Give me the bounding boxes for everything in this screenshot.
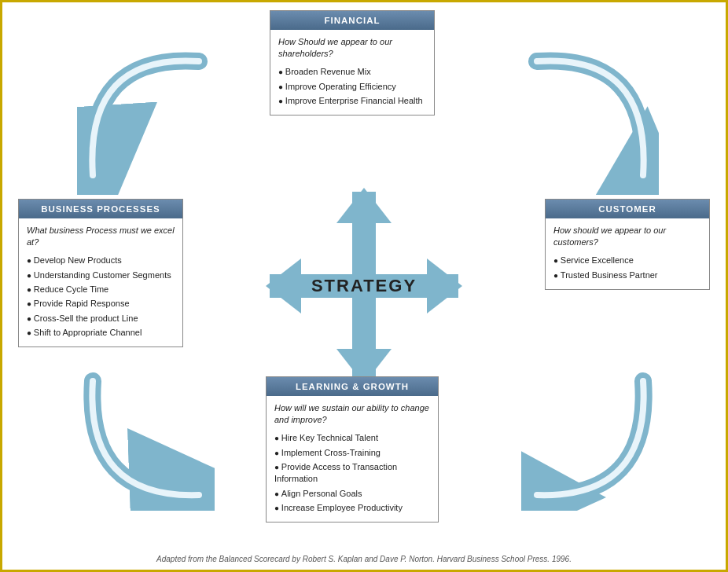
list-item: Increase Employee Productivity xyxy=(274,501,430,515)
list-item: Develop New Products xyxy=(27,254,175,268)
list-item: Broaden Revenue Mix xyxy=(278,65,426,79)
list-item: Trusted Business Partner xyxy=(553,268,701,282)
customer-question: How should we appear to our customers? xyxy=(553,225,701,249)
business-question: What business Process must we excel at? xyxy=(27,225,175,249)
customer-list: Service Excellence Trusted Business Part… xyxy=(553,254,701,283)
list-item: Align Personal Goals xyxy=(274,486,430,500)
financial-box: FINANCIAL How Should we appear to our sh… xyxy=(270,10,435,116)
customer-header: CUSTOMER xyxy=(546,200,709,218)
curved-arrow-bottom-left xyxy=(77,361,215,511)
list-item: Implement Cross-Training xyxy=(274,446,430,460)
business-body: What business Process must we excel at? … xyxy=(19,218,182,346)
list-item: Improve Operating Efficiency xyxy=(278,79,426,94)
learning-question: How will we sustain our ability to chang… xyxy=(274,402,430,427)
learning-body: How will we sustain our ability to chang… xyxy=(267,396,438,522)
business-header: BUSINESS PROCESSES xyxy=(19,200,182,218)
list-item: Understanding Customer Segments xyxy=(27,268,175,282)
list-item: Hire Key Technical Talent xyxy=(274,431,430,446)
financial-list: Broaden Revenue Mix Improve Operating Ef… xyxy=(278,65,426,108)
list-item: Reduce Cycle Time xyxy=(27,283,175,297)
list-item: Service Excellence xyxy=(553,254,701,268)
list-item: Improve Enterprise Financial Health xyxy=(278,94,426,108)
svg-marker-9 xyxy=(266,258,301,314)
svg-marker-11 xyxy=(427,258,462,314)
learning-header: LEARNING & GROWTH xyxy=(267,377,438,396)
customer-body: How should we appear to our customers? S… xyxy=(546,218,709,289)
citation: Adapted from the Balanced Scorecard by R… xyxy=(2,555,726,563)
list-item: Cross-Sell the product Line xyxy=(27,311,175,325)
curved-arrow-top-left xyxy=(77,46,215,195)
curved-arrow-bottom-right xyxy=(521,361,659,511)
strategy-label: STRATEGY xyxy=(311,276,417,296)
curved-arrow-top-right xyxy=(521,46,659,195)
learning-list: Hire Key Technical Talent Implement Cros… xyxy=(274,431,430,515)
list-item: Shift to Appropriate Channel xyxy=(27,326,175,340)
customer-box: CUSTOMER How should we appear to our cus… xyxy=(545,199,710,290)
list-item: Provide Access to Transaction Informatio… xyxy=(274,460,430,486)
financial-question: How Should we appear to our shareholders… xyxy=(278,36,426,60)
financial-body: How Should we appear to our shareholders… xyxy=(270,30,434,115)
learning-box: LEARNING & GROWTH How will we sustain ou… xyxy=(266,376,439,522)
business-list: Develop New Products Understanding Custo… xyxy=(27,254,175,340)
list-item: Provide Rapid Response xyxy=(27,297,175,311)
financial-header: FINANCIAL xyxy=(270,11,434,30)
business-box: BUSINESS PROCESSES What business Process… xyxy=(18,199,183,347)
svg-marker-5 xyxy=(336,188,392,223)
